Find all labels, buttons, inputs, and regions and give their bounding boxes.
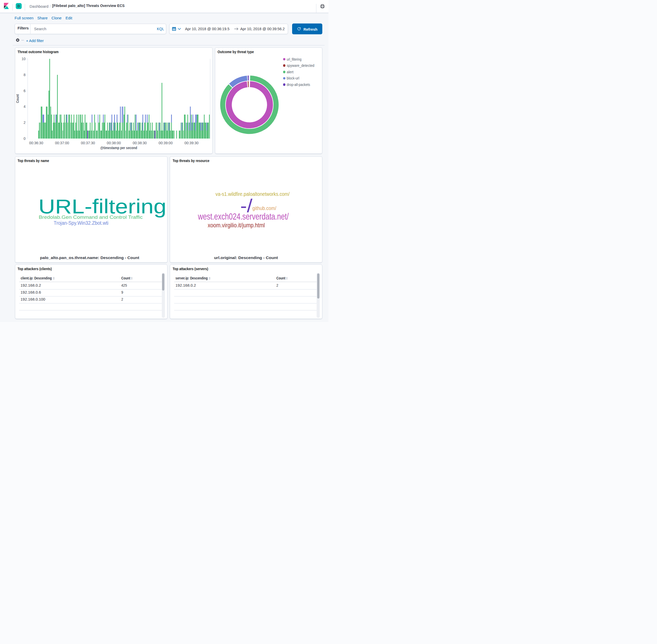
svg-text:0: 0 <box>23 137 26 141</box>
svg-text:@timestamp per second: @timestamp per second <box>100 146 137 150</box>
svg-text:8: 8 <box>23 73 26 77</box>
svg-text:4: 4 <box>23 105 26 109</box>
svg-text:00:37:30: 00:37:30 <box>81 141 95 145</box>
svg-text:00:39:30: 00:39:30 <box>184 141 199 145</box>
svg-text:Count: Count <box>16 94 20 103</box>
svg-text:00:38:30: 00:38:30 <box>133 141 147 145</box>
svg-text:10: 10 <box>21 57 26 61</box>
svg-text:00:37:00: 00:37:00 <box>55 141 69 145</box>
svg-text:2: 2 <box>23 120 26 124</box>
svg-text:00:36:30: 00:36:30 <box>29 141 43 145</box>
svg-text:00:39:00: 00:39:00 <box>158 141 173 145</box>
svg-text:6: 6 <box>23 89 26 93</box>
svg-text:00:38:00: 00:38:00 <box>107 141 121 145</box>
